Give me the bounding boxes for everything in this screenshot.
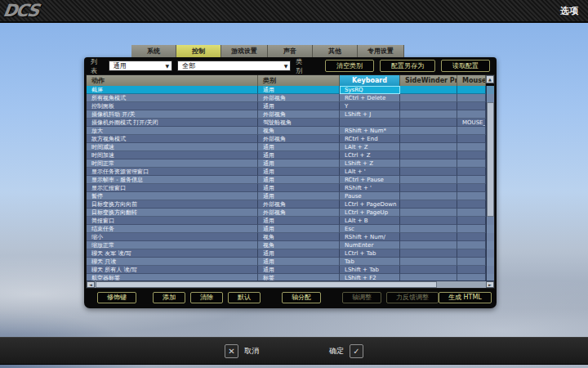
table-row[interactable]: 聊天 只读通用Tab <box>87 258 494 266</box>
cancel-button[interactable]: ✕ 取消 <box>225 344 259 358</box>
table-cell-sw[interactable] <box>400 266 457 274</box>
table-row[interactable]: 目标变换方向翻转外部视角LCtrl + PageUp <box>87 209 494 217</box>
table-cell-sw[interactable] <box>400 119 457 127</box>
table-cell-category[interactable]: 通用 <box>258 258 340 266</box>
table-cell-category[interactable]: 外部视角 <box>258 110 340 119</box>
category-dropdown[interactable]: 全部 ▼ <box>177 61 291 71</box>
table-cell-mouse[interactable] <box>457 94 486 102</box>
table-row[interactable]: 结束任务通用Esc <box>87 225 494 233</box>
table-cell-sw[interactable] <box>400 200 457 209</box>
modifiers-button[interactable]: 修饰键 <box>97 292 136 303</box>
table-cell-keyboard[interactable]: LCtrl + PageUp <box>340 209 400 217</box>
table-cell-action[interactable]: 放大 <box>87 127 258 135</box>
table-cell-keyboard[interactable]: LShift + Z <box>340 159 400 168</box>
table-cell-sw[interactable] <box>400 176 457 184</box>
table-cell-sw[interactable] <box>400 151 457 159</box>
table-cell-mouse[interactable] <box>457 225 486 233</box>
table-cell-mouse[interactable] <box>457 258 486 266</box>
tab-gameplay[interactable]: 游戏设置 <box>221 45 268 57</box>
table-row[interactable]: 摄像机外圈模式 打开/关闭驾驶舱视角MOUSE_B <box>87 119 494 127</box>
table-cell-keyboard[interactable]: Pause <box>340 192 400 200</box>
table-cell-category[interactable]: 视角 <box>258 127 340 135</box>
table-cell-action[interactable]: 所有视角模式 <box>87 94 258 102</box>
table-row[interactable]: 缩小视角RShift + Num/ <box>87 233 494 241</box>
table-cell-sw[interactable] <box>400 143 457 151</box>
table-cell-sw[interactable] <box>400 209 457 217</box>
table-cell-mouse[interactable] <box>457 135 486 143</box>
table-cell-action[interactable]: 聊天 友军 读/写 <box>87 249 258 258</box>
table-cell-keyboard[interactable]: Tab <box>340 258 400 266</box>
table-row[interactable]: 摄像机抖动 开/关外部视角LShift + J <box>87 110 494 119</box>
table-cell-mouse[interactable] <box>457 241 486 249</box>
table-cell-sw[interactable] <box>400 192 457 200</box>
table-cell-action[interactable]: 缩放正常 <box>87 241 258 249</box>
ok-button[interactable]: 确定 ✓ <box>329 344 363 358</box>
table-cell-sw[interactable] <box>400 225 457 233</box>
default-button[interactable]: 默认 <box>228 292 261 303</box>
table-cell-category[interactable]: 通用 <box>258 266 340 274</box>
table-cell-sw[interactable] <box>400 159 457 168</box>
table-cell-keyboard[interactable]: SysRQ <box>340 86 400 94</box>
table-cell-keyboard[interactable]: LShift + J <box>340 110 400 119</box>
table-cell-keyboard[interactable]: RCtrl + End <box>340 135 400 143</box>
table-cell-action[interactable]: 时间加速 <box>87 151 258 159</box>
table-cell-sw[interactable] <box>400 110 457 119</box>
table-cell-mouse[interactable] <box>457 200 486 209</box>
table-cell-keyboard[interactable]: RShift + Num* <box>340 127 400 135</box>
table-cell-category[interactable]: 通用 <box>258 159 340 168</box>
table-cell-sw[interactable] <box>400 94 457 102</box>
table-cell-action[interactable]: 摄像机抖动 开/关 <box>87 110 258 119</box>
table-cell-mouse[interactable] <box>457 184 486 192</box>
horizontal-scroll-thumb[interactable] <box>96 281 437 288</box>
table-cell-category[interactable]: 通用 <box>258 176 340 184</box>
table-cell-mouse[interactable] <box>457 143 486 151</box>
table-cell-keyboard[interactable]: RShift + ' <box>340 184 400 192</box>
table-cell-mouse[interactable] <box>457 110 486 119</box>
table-row[interactable]: 所有视角模式外部视角RCtrl + Delete <box>87 94 494 102</box>
tab-controls[interactable]: 控制 <box>176 45 221 57</box>
table-cell-sw[interactable] <box>400 135 457 143</box>
table-cell-category[interactable]: 外部视角 <box>258 94 340 102</box>
vertical-scroll-thumb[interactable] <box>487 102 494 217</box>
table-cell-sw[interactable] <box>400 241 457 249</box>
table-cell-mouse[interactable] <box>457 127 486 135</box>
table-cell-sw[interactable] <box>400 86 457 94</box>
table-row[interactable]: 聊天 友军 读/写通用LCtrl + Tab <box>87 249 494 258</box>
table-cell-action[interactable]: 简报窗口 <box>87 217 258 225</box>
table-cell-sw[interactable] <box>400 168 457 176</box>
table-cell-mouse[interactable] <box>457 102 486 110</box>
table-cell-keyboard[interactable]: LCtrl + Z <box>340 151 400 159</box>
table-cell-mouse[interactable] <box>457 266 486 274</box>
axis-assign-button[interactable]: 轴分配 <box>282 292 321 303</box>
table-row[interactable]: 显示汇报窗口通用RShift + ' <box>87 184 494 192</box>
table-cell-category[interactable]: 通用 <box>258 184 340 192</box>
table-cell-category[interactable]: 通用 <box>258 217 340 225</box>
table-cell-category[interactable]: 外部视角 <box>258 200 340 209</box>
table-cell-action[interactable]: 时间减速 <box>87 143 258 151</box>
table-row[interactable]: 简报窗口通用LAlt + B <box>87 217 494 225</box>
table-row[interactable]: 控制面板通用Y <box>87 102 494 110</box>
table-cell-category[interactable]: 通用 <box>258 225 340 233</box>
table-cell-sw[interactable] <box>400 249 457 258</box>
table-cell-action[interactable]: 暂停 <box>87 192 258 200</box>
table-cell-action[interactable]: 目标变换方向向前 <box>87 200 258 209</box>
save-profile-as-button[interactable]: 配置另存为 <box>380 60 435 72</box>
table-cell-sw[interactable] <box>400 233 457 241</box>
header-keyboard[interactable]: Keyboard <box>340 75 400 86</box>
table-cell-keyboard[interactable]: Esc <box>340 225 400 233</box>
table-cell-mouse[interactable] <box>457 217 486 225</box>
table-cell-mouse[interactable]: MOUSE_B <box>457 119 486 127</box>
table-cell-mouse[interactable] <box>457 151 486 159</box>
table-row[interactable]: 航空器标签标签LShift + F2 <box>87 274 494 280</box>
header-action[interactable]: 动作 <box>87 75 258 86</box>
table-cell-keyboard[interactable]: RCtrl + Pause <box>340 176 400 184</box>
table-cell-sw[interactable] <box>400 274 457 280</box>
axis-tune-button[interactable]: 轴调整 <box>342 292 381 303</box>
table-cell-keyboard[interactable]: LCtrl + Tab <box>340 249 400 258</box>
tab-special[interactable]: 专用设置 <box>358 45 404 57</box>
table-cell-category[interactable]: 视角 <box>258 241 340 249</box>
table-cell-action[interactable]: 显示帧率 - 服务信息 <box>87 176 258 184</box>
table-row[interactable]: 时间正常通用LShift + Z <box>87 159 494 168</box>
table-row[interactable]: 显示帧率 - 服务信息通用RCtrl + Pause <box>87 176 494 184</box>
table-cell-category[interactable]: 通用 <box>258 151 340 159</box>
